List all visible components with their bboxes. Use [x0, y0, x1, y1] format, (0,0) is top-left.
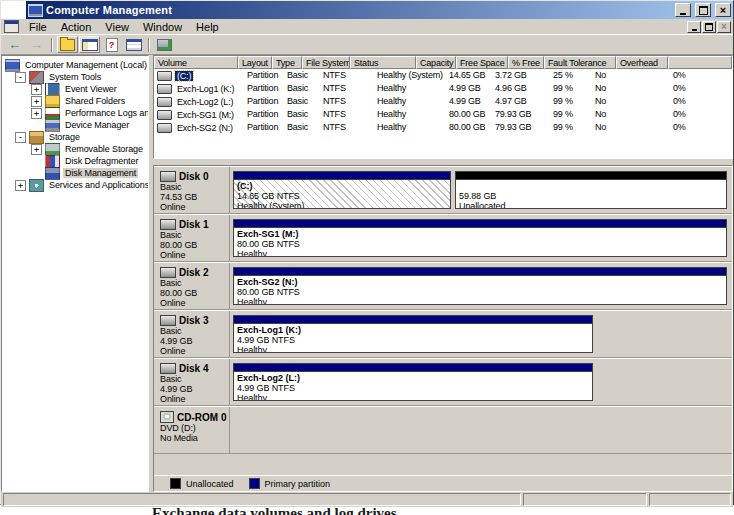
menu-window[interactable]: Window — [136, 20, 189, 34]
primary-partition-legend-swatch — [249, 478, 260, 489]
partition-exch-log1[interactable]: Exch-Log1 (K:) 4.99 GB NTFS Healthy — [233, 315, 593, 353]
disk-icon — [160, 363, 176, 374]
toolbar-separator-2 — [148, 38, 150, 52]
restore-button[interactable] — [695, 3, 711, 17]
menu-help[interactable]: Help — [189, 20, 226, 34]
disk-3-row: Disk 3 Basic 4.99 GB Online Exch-Log1 (K… — [154, 310, 732, 358]
volume-row-exch-log1[interactable]: Exch-Log1 (K:) Partition Basic NTFS Heal… — [154, 82, 732, 95]
titlebar-row: Computer Management × — [1, 1, 733, 19]
cd-rom-icon — [160, 411, 174, 423]
column-header-overhead[interactable]: Overhead — [616, 56, 668, 69]
cdrom-0-label[interactable]: CD-ROM 0 DVD (D:) No Media — [154, 407, 230, 453]
up-one-level-button[interactable] — [57, 36, 78, 53]
legend: Unallocated Primary partition — [154, 475, 732, 491]
forward-button[interactable]: → — [26, 36, 47, 53]
expand-box[interactable]: + — [31, 96, 42, 107]
mdi-minimize-button[interactable] — [687, 21, 701, 33]
primary-partition-strip — [234, 268, 726, 276]
help-button[interactable]: ? — [101, 36, 122, 53]
volume-row-exch-sg2[interactable]: Exch-SG2 (N:) Partition Basic NTFS Healt… — [154, 121, 732, 134]
disk-1-label[interactable]: Disk 1 Basic 80.00 GB Online — [154, 215, 230, 261]
tree-item-disk-management[interactable]: Disk Management — [2, 167, 148, 179]
volume-row-c[interactable]: (C:) Partition Basic NTFS Healthy (Syste… — [154, 69, 732, 82]
back-button[interactable]: ← — [4, 36, 25, 53]
help-icon: ? — [106, 38, 118, 52]
mdi-restore-button[interactable] — [702, 21, 716, 33]
partition-c[interactable]: (C:) 14.65 GB NTFS Healthy (System) — [233, 171, 451, 209]
toolbar: ← → ? — [1, 35, 733, 55]
primary-partition-strip — [234, 172, 450, 180]
primary-partition-legend-label: Primary partition — [265, 479, 331, 489]
column-header-layout[interactable]: Layout — [238, 56, 272, 69]
expand-box[interactable]: + — [31, 108, 42, 119]
title-bar[interactable]: Computer Management × — [26, 1, 733, 19]
show-hide-console-tree-button[interactable] — [79, 36, 100, 53]
tree-item-shared-folders[interactable]: + Shared Folders — [2, 95, 148, 107]
column-header-pct-free[interactable]: % Free — [508, 56, 544, 69]
views-button[interactable] — [123, 36, 144, 53]
tree-item-system-tools[interactable]: - System Tools — [2, 71, 148, 83]
titlebar-left-gap — [1, 1, 26, 19]
disk-graphical-view: Disk 0 Basic 74.53 GB Online (C:) 14.65 … — [153, 165, 733, 492]
back-icon: ← — [8, 38, 21, 51]
disk-2-label[interactable]: Disk 2 Basic 80.00 GB Online — [154, 263, 230, 309]
disk-0-row: Disk 0 Basic 74.53 GB Online (C:) 14.65 … — [154, 166, 732, 214]
primary-partition-strip — [234, 220, 726, 228]
up-one-level-icon — [60, 39, 75, 51]
volume-icon — [157, 71, 172, 81]
primary-partition-strip — [234, 364, 592, 372]
tree-item-removable-storage[interactable]: + Removable Storage — [2, 143, 148, 155]
computer-management-window: Computer Management × File Action View W… — [0, 0, 734, 505]
tree-item-computer-management[interactable]: Computer Management (Local) — [2, 59, 148, 71]
partition-exch-sg2[interactable]: Exch-SG2 (N:) 80.00 GB NTFS Healthy — [233, 267, 727, 305]
tree-item-services-and-applications[interactable]: + Services and Applications — [2, 179, 148, 191]
menu-file[interactable]: File — [22, 20, 54, 34]
tree-item-performance-logs[interactable]: + Performance Logs and Alerts — [2, 107, 148, 119]
close-button[interactable]: × — [715, 3, 731, 17]
partition-exch-log2[interactable]: Exch-Log2 (L:) 4.99 GB NTFS Healthy — [233, 363, 593, 401]
menu-action[interactable]: Action — [54, 20, 99, 34]
volume-row-exch-log2[interactable]: Exch-Log2 (L:) Partition Basic NTFS Heal… — [154, 95, 732, 108]
partition-exch-sg1[interactable]: Exch-SG1 (M:) 80.00 GB NTFS Healthy — [233, 219, 727, 257]
mdi-minimize-icon — [692, 29, 697, 31]
unallocated-space[interactable]: 59.88 GB Unallocated — [455, 171, 727, 209]
cdrom-0-row: CD-ROM 0 DVD (D:) No Media — [154, 406, 732, 454]
disk-3-label[interactable]: Disk 3 Basic 4.99 GB Online — [154, 311, 230, 357]
minimize-button[interactable] — [675, 3, 691, 17]
disk-4-label[interactable]: Disk 4 Basic 4.99 GB Online — [154, 359, 230, 405]
console-window-icon[interactable] — [4, 20, 19, 33]
tree-item-device-manager[interactable]: Device Manager — [2, 119, 148, 131]
window-title: Computer Management — [46, 4, 671, 16]
column-header-filler — [668, 56, 732, 69]
volume-icon — [157, 123, 172, 133]
expand-box[interactable]: + — [31, 144, 42, 155]
expand-box[interactable]: + — [31, 84, 42, 95]
tree-item-event-viewer[interactable]: + Event Viewer — [2, 83, 148, 95]
column-header-fault-tolerance[interactable]: Fault Tolerance — [544, 56, 616, 69]
column-header-volume[interactable]: Volume — [154, 56, 238, 69]
column-header-free-space[interactable]: Free Space — [456, 56, 508, 69]
system-tools-icon — [29, 71, 44, 84]
tree-item-storage[interactable]: - Storage — [2, 131, 148, 143]
computer-icon — [5, 59, 20, 72]
collapse-box[interactable]: - — [15, 132, 26, 143]
services-icon — [29, 179, 44, 192]
column-header-capacity[interactable]: Capacity — [416, 56, 456, 69]
column-header-type[interactable]: Type — [272, 56, 302, 69]
column-header-status[interactable]: Status — [350, 56, 416, 69]
volume-row-exch-sg1[interactable]: Exch-SG1 (M:) Partition Basic NTFS Healt… — [154, 108, 732, 121]
volume-icon — [157, 110, 172, 120]
column-header-file-system[interactable]: File System — [302, 56, 350, 69]
menu-view[interactable]: View — [98, 20, 136, 34]
tree-item-disk-defragmenter[interactable]: Disk Defragmenter — [2, 155, 148, 167]
disk-4-row: Disk 4 Basic 4.99 GB Online Exch-Log2 (L… — [154, 358, 732, 406]
collapse-box[interactable]: - — [15, 72, 26, 83]
minimize-icon — [680, 13, 686, 15]
disk-1-row: Disk 1 Basic 80.00 GB Online Exch-SG1 (M… — [154, 214, 732, 262]
volume-list: Volume Layout Type File System Status Ca… — [153, 55, 733, 159]
expand-box[interactable]: + — [15, 180, 26, 191]
mdi-close-button[interactable]: × — [717, 21, 731, 33]
computer-management-app-icon — [28, 4, 43, 17]
action-button[interactable] — [154, 36, 175, 53]
disk-0-label[interactable]: Disk 0 Basic 74.53 GB Online — [154, 167, 230, 213]
